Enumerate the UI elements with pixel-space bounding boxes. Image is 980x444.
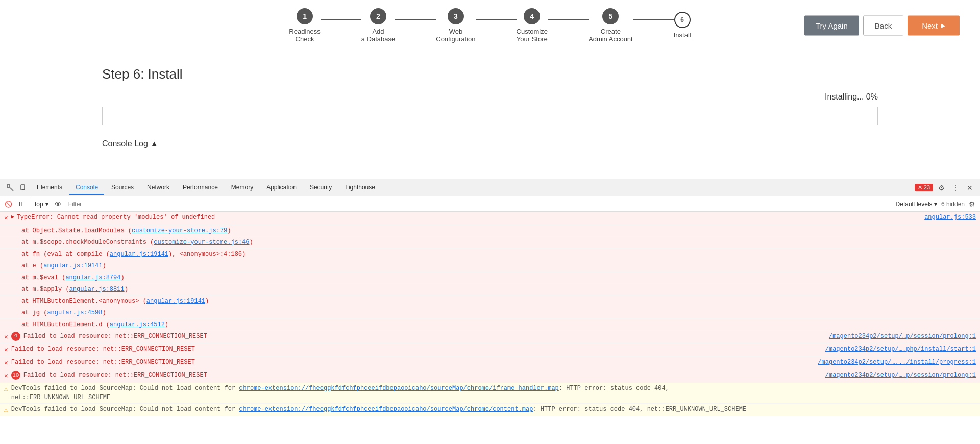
error-icon-1: ✕ bbox=[4, 213, 8, 224]
tab-elements[interactable]: Elements bbox=[31, 181, 68, 195]
step-circle-5: 5 bbox=[602, 8, 619, 24]
link-stack-1[interactable]: customize-your-store.js:79 bbox=[132, 227, 227, 234]
installing-status: Installing... 0% bbox=[102, 92, 878, 102]
connector-4-5 bbox=[548, 19, 589, 20]
console-log-label: Console Log ▲ bbox=[102, 139, 158, 149]
link-stack-4[interactable]: angular.js:19141 bbox=[43, 262, 102, 269]
console-text-stack-8: at jg (angular.js:4598) bbox=[21, 308, 976, 317]
devtools-close-icon[interactable]: ✕ bbox=[964, 182, 976, 194]
devtools-tabs-bar: Elements Console Sources Network Perform… bbox=[0, 179, 980, 196]
hidden-count: 6 hidden bbox=[941, 201, 965, 208]
main-content: Step 6: Install Installing... 0% Console… bbox=[0, 51, 980, 163]
context-label: top bbox=[35, 201, 43, 208]
toolbar-separator bbox=[29, 200, 29, 209]
console-settings-icon[interactable]: ⚙ bbox=[967, 199, 977, 209]
device-toolbar-icon[interactable] bbox=[17, 182, 30, 194]
link-stack-3a[interactable]: angular.js:19141 bbox=[110, 251, 168, 258]
eye-icon[interactable]: 👁 bbox=[53, 199, 63, 209]
console-log-header[interactable]: Console Log ▲ bbox=[102, 135, 878, 153]
file-ref-typeerror[interactable]: angular.js:533 bbox=[919, 213, 976, 222]
connector-2-3 bbox=[395, 19, 436, 20]
log-level-selector[interactable]: Default levels ▾ bbox=[894, 200, 939, 209]
devtools-more-icon[interactable]: ⋮ bbox=[949, 182, 962, 194]
file-ref-resource-4[interactable]: /magento234p2/setup/….p/session/prolong:… bbox=[820, 371, 976, 380]
console-text-stack-1: at Object.$state.loadModules (customize-… bbox=[21, 226, 976, 235]
console-line-resource-3: ✕ Failed to load resource: net::ERR_CONN… bbox=[0, 357, 980, 370]
context-chevron-icon: ▾ bbox=[45, 201, 48, 208]
step-circle-4: 4 bbox=[524, 8, 540, 24]
error-badge-4: 4 bbox=[11, 332, 20, 341]
link-stack-5[interactable]: angular.js:8794 bbox=[65, 274, 120, 281]
step-circle-6: 6 bbox=[674, 12, 691, 28]
console-content: ✕ ▶ TypeError: Cannot read property 'mod… bbox=[0, 212, 980, 444]
step-label-3: WebConfiguration bbox=[436, 28, 475, 43]
console-line-stack-2: at m.$scope.checkModuleConstraints (cust… bbox=[0, 237, 980, 249]
wizard-steps: 1 ReadinessCheck 2 Adda Database 3 WebCo… bbox=[289, 8, 691, 43]
console-line-stack-6: at m.$apply (angular.js:8811) bbox=[0, 284, 980, 295]
pause-script-icon[interactable]: ⏸ bbox=[15, 199, 26, 209]
console-line-stack-8: at jg (angular.js:4598) bbox=[0, 307, 980, 319]
tab-security[interactable]: Security bbox=[304, 181, 338, 195]
try-again-button[interactable]: Try Again bbox=[804, 15, 859, 35]
error-icon-5: ✕ bbox=[4, 371, 8, 381]
link-warning-2[interactable]: chrome-extension://fheoggkfdfchfphceeifd… bbox=[239, 406, 533, 413]
link-stack-7[interactable]: angular.js:19141 bbox=[146, 298, 205, 305]
step-label-6: Install bbox=[674, 31, 691, 39]
warning-icon-1: ⚠ bbox=[4, 384, 8, 394]
console-text-stack-4: at e (angular.js:19141) bbox=[21, 261, 976, 270]
tab-console[interactable]: Console bbox=[69, 181, 104, 195]
devtools-panel: Elements Console Sources Network Perform… bbox=[0, 179, 980, 444]
console-line-stack-9: at HTMLButtonElement.d (angular.js:4512) bbox=[0, 319, 980, 331]
file-ref-resource-1[interactable]: /magento234p2/setup/…p/session/prolong:1 bbox=[824, 332, 976, 341]
progress-bar-container bbox=[102, 107, 878, 125]
console-line-warning-2: ⚠ DevTools failed to load SourceMap: Cou… bbox=[0, 404, 980, 417]
devtools-toolbar: 🚫 ⏸ top ▾ 👁 Default levels ▾ 6 hidden ⚙ bbox=[0, 196, 980, 212]
clear-console-icon[interactable]: 🚫 bbox=[3, 199, 13, 209]
tab-network[interactable]: Network bbox=[141, 181, 176, 195]
console-text-typeerror: TypeError: Cannot read property 'modules… bbox=[16, 213, 919, 222]
tab-sources[interactable]: Sources bbox=[105, 181, 140, 195]
link-warning-1[interactable]: chrome-extension://fheoggkfdfchfphceeifd… bbox=[239, 385, 559, 392]
link-stack-8[interactable]: angular.js:4598 bbox=[47, 309, 102, 316]
svg-rect-2 bbox=[22, 189, 24, 190]
step-label-5: CreateAdmin Account bbox=[589, 28, 633, 43]
connector-1-2 bbox=[321, 19, 361, 20]
error-count-badge: ✕ 23 bbox=[915, 184, 933, 191]
file-ref-resource-3[interactable]: /magento234p2/setup/….../install/progres… bbox=[813, 358, 976, 367]
inspect-element-icon[interactable] bbox=[4, 182, 16, 194]
step-circle-3: 3 bbox=[448, 8, 464, 24]
next-button[interactable]: Next bbox=[908, 15, 960, 35]
console-text-warning-2: DevTools failed to load SourceMap: Could… bbox=[11, 405, 976, 414]
link-stack-6[interactable]: angular.js:8811 bbox=[69, 286, 125, 293]
console-text-resource-1: Failed to load resource: net::ERR_CONNEC… bbox=[23, 332, 824, 341]
console-line-warning-1: ⚠ DevTools failed to load SourceMap: Cou… bbox=[0, 383, 980, 404]
console-filter-input[interactable] bbox=[65, 200, 892, 209]
tab-performance[interactable]: Performance bbox=[177, 181, 224, 195]
link-stack-9[interactable]: angular.js:4512 bbox=[110, 321, 165, 328]
console-line-stack-4: at e (angular.js:19141) bbox=[0, 260, 980, 272]
wizard-step-6: 6 Install bbox=[674, 12, 691, 39]
console-line-resource-2: ✕ Failed to load resource: net::ERR_CONN… bbox=[0, 343, 980, 357]
wizard-step-2: 2 Adda Database bbox=[361, 8, 396, 43]
tab-lighthouse[interactable]: Lighthouse bbox=[339, 181, 381, 195]
context-selector[interactable]: top ▾ bbox=[32, 199, 51, 209]
step-label-1: ReadinessCheck bbox=[289, 28, 320, 43]
console-line-stack-7: at HTMLButtonElement.<anonymous> (angula… bbox=[0, 295, 980, 307]
devtools-settings-icon[interactable]: ⚙ bbox=[935, 182, 947, 194]
console-text-stack-9: at HTMLButtonElement.d (angular.js:4512) bbox=[21, 320, 976, 329]
tab-memory[interactable]: Memory bbox=[225, 181, 259, 195]
wizard-step-5: 5 CreateAdmin Account bbox=[589, 8, 633, 43]
step-label-2: Adda Database bbox=[361, 28, 396, 43]
expand-icon-1[interactable]: ▶ bbox=[11, 213, 15, 221]
warning-icon-2: ⚠ bbox=[4, 405, 8, 415]
console-text-resource-4: Failed to load resource: net::ERR_CONNEC… bbox=[23, 371, 820, 380]
console-text-warning-1: DevTools failed to load SourceMap: Could… bbox=[11, 384, 976, 402]
wizard-step-3: 3 WebConfiguration bbox=[436, 8, 475, 43]
wizard-step-1: 1 ReadinessCheck bbox=[289, 8, 320, 43]
link-stack-2[interactable]: customize-your-store.js:46 bbox=[154, 239, 249, 246]
back-button[interactable]: Back bbox=[863, 15, 903, 35]
tab-application[interactable]: Application bbox=[260, 181, 303, 195]
file-ref-resource-2[interactable]: /magento234p2/setup/….php/install/start:… bbox=[820, 344, 976, 354]
console-text-stack-3: at fn (eval at compile (angular.js:19141… bbox=[21, 250, 976, 259]
wizard-bar: 1 ReadinessCheck 2 Adda Database 3 WebCo… bbox=[0, 0, 980, 51]
